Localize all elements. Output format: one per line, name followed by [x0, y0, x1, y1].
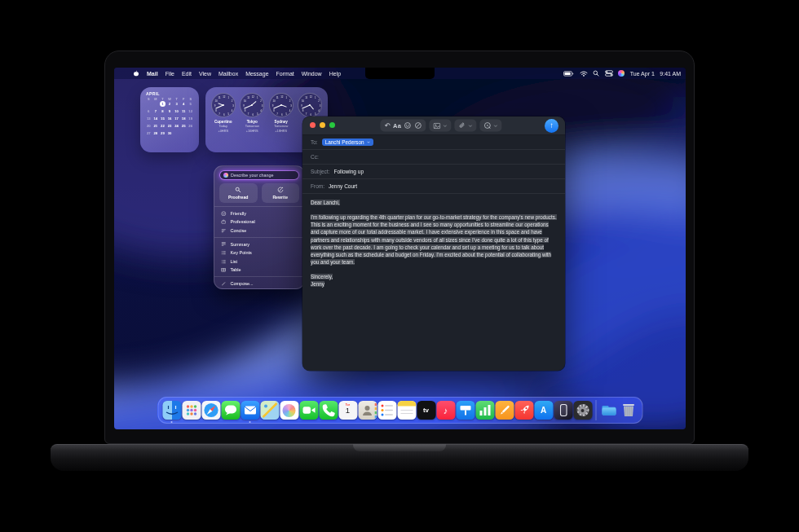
dock-facetime-icon[interactable] — [299, 401, 318, 420]
format-table[interactable]: Table — [214, 266, 304, 275]
signature-icon — [483, 122, 491, 130]
from-field[interactable]: From: Jenny Court — [302, 179, 565, 194]
signature-menu[interactable] — [479, 120, 502, 132]
calendar-day: 12 — [187, 108, 194, 114]
tone-concise[interactable]: Concise — [214, 226, 304, 235]
tone-professional-label: Professional — [231, 219, 255, 224]
rewrite-button[interactable]: Rewrite — [262, 183, 300, 203]
dock-phone-icon[interactable] — [319, 401, 338, 420]
dock-app-store-icon[interactable]: A — [534, 401, 553, 420]
cc-field[interactable]: Cc: — [302, 150, 565, 165]
menu-bar-date[interactable]: Tue Apr 1 — [630, 71, 655, 77]
clock-offset-label: +16HRS — [246, 129, 258, 133]
clock-day-label: Tomorrow — [274, 124, 288, 128]
key-points-icon — [221, 250, 227, 256]
minimize-button[interactable] — [320, 122, 325, 128]
siri-icon[interactable] — [618, 70, 625, 77]
dock-safari-icon[interactable] — [201, 401, 220, 420]
menu-item-window[interactable]: Window — [302, 71, 322, 77]
dock-numbers-icon[interactable] — [475, 401, 494, 420]
photo-icon — [433, 122, 440, 129]
smiley-icon — [221, 211, 227, 217]
dock-notes-icon[interactable] — [397, 401, 416, 420]
message-body[interactable]: Dear Lanchi, I'm following up regarding … — [302, 194, 565, 292]
paragraph-text: I'm following up regarding the 4th quart… — [311, 214, 557, 265]
menu-item-format[interactable]: Format — [276, 71, 294, 77]
attach-file-menu[interactable] — [455, 120, 477, 132]
world-clock-sydney: 123456789101112SydneyTomorrow+18HRS — [267, 93, 296, 147]
emoji-icon[interactable] — [404, 122, 412, 130]
dock-messages-icon[interactable] — [221, 401, 240, 420]
to-field[interactable]: To: Lanchi Pederson — [302, 135, 565, 150]
clock-offset-label: +18HRS — [275, 129, 287, 133]
describe-change-input[interactable]: Describe your change — [219, 170, 299, 180]
calendar-day: 14 — [152, 116, 160, 121]
battery-icon[interactable] — [563, 71, 574, 77]
calendar-day: 7 — [152, 108, 160, 114]
window-titlebar[interactable]: ↶ Aa — [302, 117, 565, 135]
calendar-day — [152, 101, 160, 107]
calendar-day: 13 — [145, 116, 152, 121]
menu-item-view[interactable]: View — [199, 71, 211, 77]
calendar-day: 3 — [173, 101, 180, 107]
dock-folder-icon[interactable] — [599, 401, 618, 420]
spotlight-search-icon[interactable] — [593, 70, 599, 77]
calendar-day: 18 — [180, 116, 188, 121]
calendar-day — [145, 101, 152, 107]
tone-friendly[interactable]: Friendly — [214, 209, 304, 218]
dock-reminders-icon[interactable] — [377, 401, 396, 420]
dock-rocket-icon[interactable] — [514, 401, 533, 420]
gear-icon — [576, 404, 589, 416]
tone-professional[interactable]: Professional — [214, 218, 304, 226]
calendar-day: 24 — [173, 123, 180, 129]
control-center-icon[interactable] — [605, 70, 613, 77]
text-format-icon[interactable]: Aa — [393, 122, 401, 130]
menu-item-message[interactable]: Message — [245, 71, 268, 77]
compose-item[interactable]: Compose... — [214, 279, 304, 288]
proofread-button[interactable]: Proofread — [219, 183, 258, 203]
dock-pages-icon[interactable] — [495, 401, 514, 420]
calendar-widget[interactable]: APRIL SMTWTFS 12345678910111213141516171… — [140, 87, 199, 152]
zoom-button[interactable] — [329, 122, 335, 128]
dock-iphone-mirroring-icon[interactable] — [554, 401, 572, 420]
menu-item-mail[interactable]: Mail — [147, 71, 158, 77]
calendar-day — [173, 130, 180, 136]
subject-field[interactable]: Subject: Following up — [302, 165, 565, 179]
format-key-points[interactable]: Key Points — [214, 248, 304, 257]
close-button[interactable] — [310, 122, 316, 128]
format-list[interactable]: List — [214, 257, 304, 266]
from-value: Jenny Court — [329, 183, 357, 189]
dock-apple-tv-icon[interactable]: tv — [417, 401, 435, 420]
undo-icon[interactable]: ↶ — [384, 122, 390, 130]
dock-trash-icon[interactable] — [619, 401, 638, 420]
format-summary[interactable]: Summary — [214, 240, 304, 248]
dock-system-settings-icon[interactable] — [573, 401, 592, 420]
dock-maps-icon[interactable] — [260, 401, 279, 420]
dock-keynote-icon[interactable] — [456, 401, 475, 420]
dock-photos-icon[interactable] — [280, 401, 298, 420]
dock-launchpad-icon[interactable] — [182, 401, 201, 420]
proofread-magnifier-icon — [235, 187, 241, 193]
insert-photo-menu[interactable] — [429, 120, 452, 132]
dock-finder-icon[interactable] — [162, 401, 181, 420]
dock-calendar-icon[interactable]: Tue 1 — [338, 401, 357, 420]
clock-face: 123456789101112 — [269, 93, 294, 117]
menu-item-file[interactable]: File — [166, 71, 174, 77]
dock-music-icon[interactable]: ♪ — [436, 401, 455, 420]
recipient-token[interactable]: Lanchi Pederson — [322, 138, 373, 146]
menu-bar-time[interactable]: 9:41 AM — [660, 71, 681, 77]
apple-menu-icon[interactable] — [133, 70, 139, 77]
menu-item-help[interactable]: Help — [329, 71, 341, 77]
world-clock-tokyo: 123456789101112TokyoTomorrow+16HRS — [238, 93, 267, 147]
subject-value: Following up — [334, 169, 364, 174]
dock-mail-icon[interactable] — [241, 401, 259, 420]
calendar-grid: 1234567891011121314151617181920212223242… — [145, 101, 194, 136]
wifi-icon[interactable] — [580, 70, 588, 77]
menu-item-edit[interactable]: Edit — [182, 71, 192, 77]
proofread-label: Proofread — [228, 195, 249, 200]
menu-item-mailbox[interactable]: Mailbox — [219, 71, 238, 77]
send-button[interactable]: ↑ — [545, 119, 558, 133]
dock-contacts-icon[interactable] — [358, 401, 377, 420]
writing-tools-icon[interactable] — [414, 122, 422, 130]
chevron-down-icon — [444, 124, 448, 127]
